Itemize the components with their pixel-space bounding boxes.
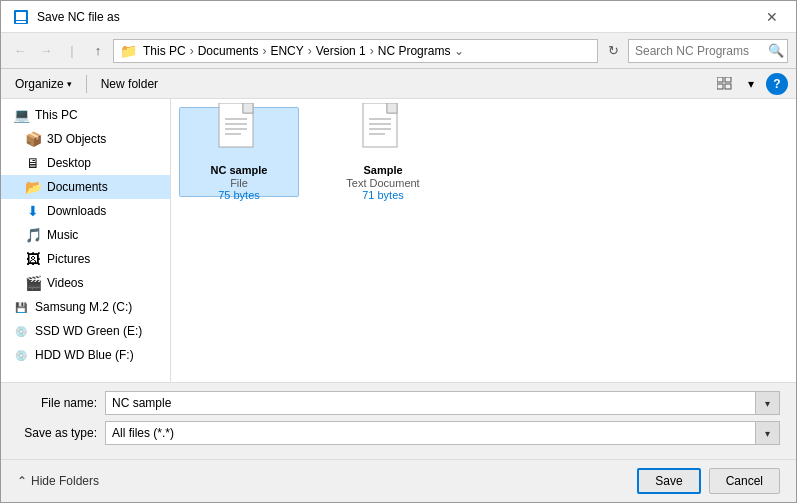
sidebar-item-desktop[interactable]: 🖥 Desktop [1,151,170,175]
sidebar: 💻 This PC 📦 3D Objects 🖥 Desktop 📂 Docum… [1,99,171,382]
sidebar-item-ssd-wd[interactable]: 💿 SSD WD Green (E:) [1,319,170,343]
save-dialog: Save NC file as ✕ ← → | ↑ 📁 This PC › Do… [0,0,797,503]
organize-button[interactable]: Organize ▾ [9,75,78,93]
nc-sample-name: NC sample [211,163,268,177]
hdd-icon: 💿 [13,347,29,363]
documents-icon: 📂 [25,179,41,195]
sidebar-label-samsung: Samsung M.2 (C:) [35,300,132,314]
main-area: 💻 This PC 📦 3D Objects 🖥 Desktop 📂 Docum… [1,99,796,382]
svg-rect-1 [16,12,26,20]
desktop-icon: 🖥 [25,155,41,171]
breadcrumb-sep-1: › [190,44,194,58]
svg-rect-5 [717,84,723,89]
samsung-icon: 💾 [13,299,29,315]
search-input[interactable] [628,39,788,63]
savetype-row: Save as type: ▾ [17,421,780,445]
help-button[interactable]: ? [766,73,788,95]
sidebar-item-samsung[interactable]: 💾 Samsung M.2 (C:) [1,295,170,319]
breadcrumb[interactable]: 📁 This PC › Documents › ENCY › Version 1… [113,39,598,63]
breadcrumb-version: Version 1 [316,44,366,58]
folder-icon: 📁 [120,43,137,59]
3d-objects-icon: 📦 [25,131,41,147]
sidebar-item-downloads[interactable]: ⬇ Downloads [1,199,170,223]
filename-input[interactable] [105,391,756,415]
sidebar-label-this-pc: This PC [35,108,78,122]
forward-button[interactable]: → [35,40,57,62]
music-icon: 🎵 [25,227,41,243]
file-item-sample[interactable]: Sample Text Document 71 bytes [323,107,443,197]
up-button[interactable]: ↑ [87,40,109,62]
breadcrumb-sep-4: › [370,44,374,58]
sidebar-label-documents: Documents [47,180,108,194]
address-bar: ← → | ↑ 📁 This PC › Documents › ENCY › V… [1,33,796,69]
action-bar: ⌃ Hide Folders Save Cancel [1,459,796,502]
filename-label: File name: [17,396,97,410]
sidebar-label-desktop: Desktop [47,156,91,170]
breadcrumb-this-pc: This PC [143,44,186,58]
file-area: NC sample File 75 bytes [171,99,796,382]
sidebar-item-documents[interactable]: 📂 Documents [1,175,170,199]
title-bar-left: Save NC file as [13,9,120,25]
title-bar: Save NC file as ✕ [1,1,796,33]
view-dropdown-button[interactable]: ▾ [740,73,762,95]
hide-folders-toggle[interactable]: ⌃ Hide Folders [17,474,99,488]
savetype-label: Save as type: [17,426,97,440]
search-wrapper: 🔍 [628,39,788,63]
breadcrumb-ency: ENCY [270,44,303,58]
breadcrumb-sep-3: › [308,44,312,58]
sidebar-item-music[interactable]: 🎵 Music [1,223,170,247]
downloads-icon: ⬇ [25,203,41,219]
svg-rect-2 [16,21,26,23]
new-folder-label: New folder [101,77,158,91]
pictures-icon: 🖼 [25,251,41,267]
new-folder-button[interactable]: New folder [95,75,164,93]
sidebar-label-ssd: SSD WD Green (E:) [35,324,142,338]
toolbar-right: ▾ ? [714,73,788,95]
organize-label: Organize [15,77,64,91]
this-pc-icon: 💻 [13,107,29,123]
filename-dropdown[interactable]: ▾ [756,391,780,415]
sidebar-item-pictures[interactable]: 🖼 Pictures [1,247,170,271]
hide-folders-chevron: ⌃ [17,474,27,488]
organize-chevron: ▾ [67,79,72,89]
bottom-form: File name: ▾ Save as type: ▾ [1,382,796,459]
action-buttons: Save Cancel [637,468,780,494]
sidebar-label-3d-objects: 3D Objects [47,132,106,146]
svg-rect-9 [243,103,253,113]
sidebar-item-videos[interactable]: 🎬 Videos [1,271,170,295]
sidebar-item-3d-objects[interactable]: 📦 3D Objects [1,127,170,151]
breadcrumb-documents: Documents [198,44,259,58]
savetype-input[interactable] [105,421,756,445]
sample-size: 71 bytes [362,189,404,201]
save-button[interactable]: Save [637,468,700,494]
sidebar-label-music: Music [47,228,78,242]
dialog-title: Save NC file as [37,10,120,24]
close-button[interactable]: ✕ [760,5,784,29]
sidebar-item-this-pc[interactable]: 💻 This PC [1,103,170,127]
refresh-button[interactable]: ↻ [602,40,624,62]
nc-sample-type: File [230,177,248,189]
filename-row: File name: ▾ [17,391,780,415]
videos-icon: 🎬 [25,275,41,291]
back-button[interactable]: ← [9,40,31,62]
separator-btn: | [61,40,83,62]
breadcrumb-nc: NC Programs [378,44,451,58]
nc-sample-icon [215,103,263,159]
view-options-button[interactable] [714,73,736,95]
file-item-nc-sample[interactable]: NC sample File 75 bytes [179,107,299,197]
svg-rect-6 [725,84,731,89]
sidebar-item-hdd-wd[interactable]: 💿 HDD WD Blue (F:) [1,343,170,367]
svg-rect-3 [717,77,723,82]
nc-sample-size: 75 bytes [218,189,260,201]
sample-type: Text Document [346,177,419,189]
savetype-input-wrapper: ▾ [105,421,780,445]
filename-input-wrapper: ▾ [105,391,780,415]
toolbar-separator [86,75,87,93]
cancel-button[interactable]: Cancel [709,468,780,494]
breadcrumb-sep-2: › [262,44,266,58]
svg-rect-4 [725,77,731,82]
toolbar: Organize ▾ New folder ▾ ? [1,69,796,99]
ssd-icon: 💿 [13,323,29,339]
sample-name: Sample [363,163,402,177]
savetype-dropdown[interactable]: ▾ [756,421,780,445]
